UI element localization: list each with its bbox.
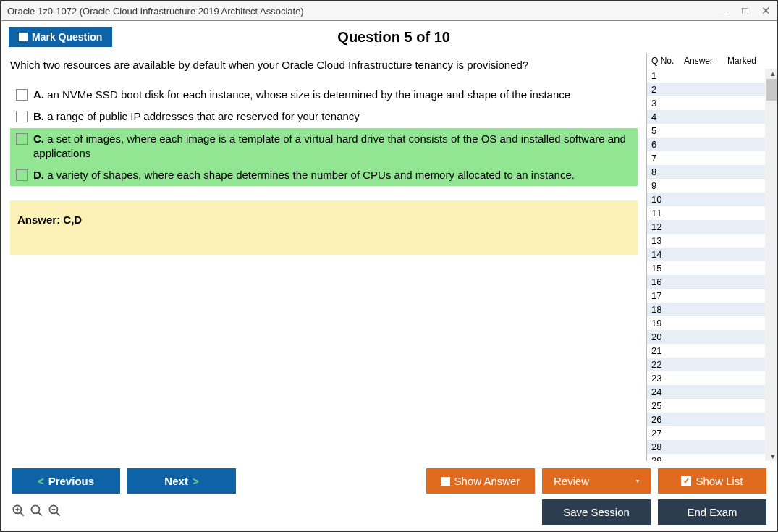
checkmark-icon: ✓: [681, 476, 691, 486]
review-button[interactable]: Review ▾: [542, 468, 651, 494]
col-answer: Answer: [684, 56, 727, 66]
previous-button[interactable]: < Previous: [12, 468, 120, 494]
option-checkbox[interactable]: [16, 111, 28, 122]
answer-box: Answer: C,D: [10, 200, 638, 255]
square-icon: [441, 477, 450, 486]
bottombar: < Previous Next > Show Answer Review ▾ ✓…: [1, 461, 777, 531]
list-item[interactable]: 1: [647, 69, 777, 83]
list-item[interactable]: 7: [647, 151, 777, 165]
list-item[interactable]: 2: [647, 83, 777, 96]
list-item[interactable]: 21: [647, 344, 777, 358]
svg-line-1: [20, 512, 24, 515]
list-item[interactable]: 16: [647, 275, 777, 289]
zoom-in-icon[interactable]: [12, 504, 25, 521]
qno-cell: 2: [651, 84, 684, 95]
qno-cell: 5: [651, 125, 684, 136]
show-answer-button[interactable]: Show Answer: [426, 468, 535, 494]
list-item[interactable]: 13: [647, 234, 777, 248]
qno-cell: 18: [651, 304, 684, 315]
list-item[interactable]: 27: [647, 426, 777, 440]
show-list-button[interactable]: ✓ Show List: [658, 468, 766, 494]
list-item[interactable]: 25: [647, 399, 777, 413]
option-checkbox[interactable]: [16, 133, 28, 145]
svg-line-5: [38, 512, 42, 515]
save-session-label: Save Session: [563, 506, 630, 518]
end-exam-button[interactable]: End Exam: [658, 499, 766, 525]
list-item[interactable]: 17: [647, 289, 777, 303]
svg-line-7: [56, 512, 60, 515]
qno-cell: 1: [651, 70, 684, 81]
previous-label: Previous: [48, 475, 94, 487]
list-item[interactable]: 8: [647, 165, 777, 179]
list-item[interactable]: 5: [647, 124, 777, 138]
chevron-down-icon: ▾: [636, 478, 639, 484]
mark-question-button[interactable]: Mark Question: [9, 27, 112, 47]
sidebar-header: Q No. Answer Marked: [647, 53, 777, 69]
chevron-right-icon: >: [193, 475, 199, 487]
qno-cell: 3: [651, 98, 684, 109]
zoom-reset-icon[interactable]: [30, 504, 43, 521]
option-B[interactable]: B. a range of public IP addresses that a…: [10, 106, 638, 127]
list-item[interactable]: 3: [647, 96, 777, 110]
titlebar: Oracle 1z0-1072 (Oracle Cloud Infrastruc…: [1, 1, 777, 21]
list-item[interactable]: 28: [647, 440, 777, 454]
main-panel: Which two resources are available by def…: [1, 53, 646, 461]
mark-question-label: Mark Question: [32, 31, 102, 43]
zoom-controls: [12, 504, 62, 521]
qno-cell: 7: [651, 153, 684, 164]
list-item[interactable]: 10: [647, 193, 777, 206]
scroll-thumb[interactable]: [766, 79, 777, 101]
qno-cell: 28: [651, 442, 684, 452]
scroll-up-icon[interactable]: ▴: [771, 69, 775, 78]
col-qno: Q No.: [651, 56, 684, 66]
qno-cell: 8: [651, 166, 684, 177]
list-item[interactable]: 12: [647, 220, 777, 234]
option-label: C. a set of images, where each image is …: [33, 132, 632, 161]
scroll-down-icon[interactable]: ▾: [771, 452, 775, 461]
qno-cell: 16: [651, 276, 684, 287]
list-item[interactable]: 11: [647, 206, 777, 220]
option-A[interactable]: A. an NVMe SSD boot disk for each instan…: [10, 84, 638, 106]
svg-point-4: [31, 505, 39, 513]
sidebar-list[interactable]: 1234567891011121314151617181920212223242…: [647, 69, 777, 461]
qno-cell: 25: [651, 400, 684, 411]
option-label: D. a variety of shapes, where each shape…: [33, 168, 575, 182]
next-button[interactable]: Next >: [127, 468, 236, 494]
qno-cell: 12: [651, 221, 684, 232]
option-C[interactable]: C. a set of images, where each image is …: [10, 128, 638, 165]
list-item[interactable]: 20: [647, 330, 777, 344]
qno-cell: 14: [651, 249, 684, 260]
chevron-left-icon: <: [38, 475, 44, 487]
question-list-sidebar: Q No. Answer Marked 12345678910111213141…: [646, 53, 777, 461]
list-item[interactable]: 14: [647, 248, 777, 261]
list-item[interactable]: 29: [647, 454, 777, 461]
qno-cell: 13: [651, 235, 684, 246]
list-item[interactable]: 4: [647, 110, 777, 124]
list-item[interactable]: 9: [647, 179, 777, 193]
list-item[interactable]: 18: [647, 303, 777, 316]
list-item[interactable]: 23: [647, 371, 777, 385]
list-item[interactable]: 6: [647, 138, 777, 151]
option-D[interactable]: D. a variety of shapes, where each shape…: [10, 164, 638, 186]
qno-cell: 4: [651, 111, 684, 122]
option-checkbox[interactable]: [16, 169, 28, 181]
minimize-icon[interactable]: —: [718, 4, 729, 17]
save-session-button[interactable]: Save Session: [542, 499, 651, 525]
list-item[interactable]: 22: [647, 358, 777, 371]
col-marked: Marked: [727, 56, 764, 66]
list-item[interactable]: 19: [647, 316, 777, 330]
zoom-out-icon[interactable]: [48, 504, 62, 521]
list-item[interactable]: 24: [647, 385, 777, 399]
list-item[interactable]: 15: [647, 261, 777, 275]
list-item[interactable]: 26: [647, 413, 777, 426]
qno-cell: 20: [651, 332, 684, 342]
scrollbar[interactable]: ▴ ▾: [765, 69, 777, 461]
qno-cell: 11: [651, 208, 684, 219]
qno-cell: 15: [651, 263, 684, 274]
close-icon[interactable]: ✕: [761, 4, 771, 17]
qno-cell: 24: [651, 387, 684, 397]
option-checkbox[interactable]: [16, 89, 28, 101]
qno-cell: 26: [651, 414, 684, 425]
checkbox-icon: [19, 33, 28, 41]
maximize-icon[interactable]: □: [742, 4, 748, 17]
